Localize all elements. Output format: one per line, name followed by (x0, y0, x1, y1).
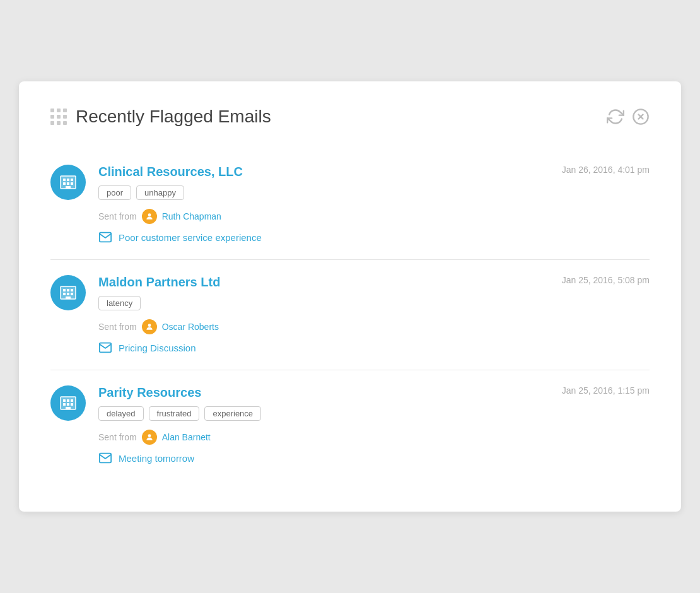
tag: frustrated (149, 406, 200, 421)
tags-container: latency (98, 296, 650, 310)
person-icon (142, 319, 157, 334)
svg-point-22 (148, 324, 151, 327)
svg-rect-9 (67, 182, 69, 185)
svg-rect-5 (63, 179, 66, 181)
email-top: Maldon Partners Ltd Jan 25, 2016, 5:08 p… (98, 275, 650, 290)
tag: poor (98, 185, 131, 200)
tag: delayed (98, 406, 144, 421)
email-top: Parity Resources Jan 25, 2016, 1:15 pm (98, 385, 650, 400)
svg-rect-28 (63, 403, 66, 406)
svg-rect-16 (67, 289, 69, 291)
email-item[interactable]: Clinical Resources, LLC Jan 26, 2016, 4:… (50, 150, 650, 260)
grid-icon (50, 109, 67, 125)
timestamp: Jan 26, 2016, 4:01 pm (562, 165, 650, 175)
svg-rect-21 (66, 296, 71, 299)
email-list: Clinical Resources, LLC Jan 26, 2016, 4:… (50, 150, 650, 480)
person-name[interactable]: Oscar Roberts (162, 322, 219, 332)
close-icon[interactable] (632, 108, 650, 126)
timestamp: Jan 25, 2016, 1:15 pm (562, 385, 650, 396)
svg-rect-11 (66, 186, 71, 189)
svg-point-32 (148, 434, 151, 437)
card-header: Recently Flagged Emails (50, 107, 650, 127)
tag: latency (98, 296, 141, 310)
sent-from-label: Sent from (98, 322, 137, 332)
mail-icon (98, 451, 112, 465)
email-top: Clinical Resources, LLC Jan 26, 2016, 4:… (98, 165, 650, 179)
sent-from: Sent from Alan Barnett (98, 430, 650, 445)
svg-point-12 (148, 213, 151, 216)
svg-rect-10 (71, 182, 73, 185)
refresh-icon[interactable] (607, 108, 624, 126)
person-icon (142, 430, 157, 445)
person-name[interactable]: Alan Barnett (162, 432, 211, 442)
svg-rect-30 (71, 403, 73, 406)
email-subject-text: Meeting tomorrow (119, 453, 194, 464)
header-left: Recently Flagged Emails (50, 107, 271, 127)
email-subject-text: Pricing Discussion (119, 343, 196, 353)
email-content: Maldon Partners Ltd Jan 25, 2016, 5:08 p… (98, 275, 650, 355)
svg-rect-27 (71, 399, 73, 402)
company-avatar (50, 165, 86, 200)
sent-from: Sent from Oscar Roberts (98, 319, 650, 334)
email-subject[interactable]: Meeting tomorrow (98, 451, 650, 465)
email-item[interactable]: Parity Resources Jan 25, 2016, 1:15 pm d… (50, 370, 650, 480)
mail-icon (98, 341, 112, 355)
company-name[interactable]: Maldon Partners Ltd (98, 275, 220, 290)
email-subject[interactable]: Poor customer service experience (98, 230, 650, 244)
tags-container: poorunhappy (98, 185, 650, 200)
email-subject[interactable]: Pricing Discussion (98, 341, 650, 355)
timestamp: Jan 25, 2016, 5:08 pm (562, 275, 650, 285)
tag: unhappy (136, 185, 184, 200)
sent-from: Sent from Ruth Chapman (98, 209, 650, 224)
email-subject-text: Poor customer service experience (119, 232, 262, 243)
svg-rect-8 (63, 182, 66, 185)
svg-rect-31 (66, 407, 71, 409)
svg-rect-19 (67, 293, 69, 295)
svg-rect-20 (71, 293, 73, 295)
email-item[interactable]: Maldon Partners Ltd Jan 25, 2016, 5:08 p… (50, 260, 650, 370)
email-content: Parity Resources Jan 25, 2016, 1:15 pm d… (98, 385, 650, 465)
tag: experience (204, 406, 261, 421)
company-avatar (50, 275, 86, 310)
mail-icon (98, 230, 112, 244)
sent-from-label: Sent from (98, 432, 137, 442)
svg-rect-26 (67, 399, 69, 402)
svg-rect-6 (67, 179, 69, 181)
company-name[interactable]: Clinical Resources, LLC (98, 165, 243, 179)
person-icon (142, 209, 157, 224)
svg-rect-7 (71, 179, 73, 181)
svg-rect-18 (63, 293, 66, 295)
company-avatar (50, 385, 86, 421)
page-title: Recently Flagged Emails (76, 107, 271, 127)
sent-from-label: Sent from (98, 211, 137, 221)
tags-container: delayedfrustratedexperience (98, 406, 650, 421)
svg-rect-25 (63, 399, 66, 402)
svg-rect-29 (67, 403, 69, 406)
svg-rect-17 (71, 289, 73, 291)
svg-rect-15 (63, 289, 66, 291)
email-content: Clinical Resources, LLC Jan 26, 2016, 4:… (98, 165, 650, 244)
company-name[interactable]: Parity Resources (98, 385, 201, 400)
header-actions (607, 108, 650, 126)
person-name[interactable]: Ruth Chapman (162, 211, 221, 221)
recently-flagged-emails-card: Recently Flagged Emails (19, 81, 681, 512)
